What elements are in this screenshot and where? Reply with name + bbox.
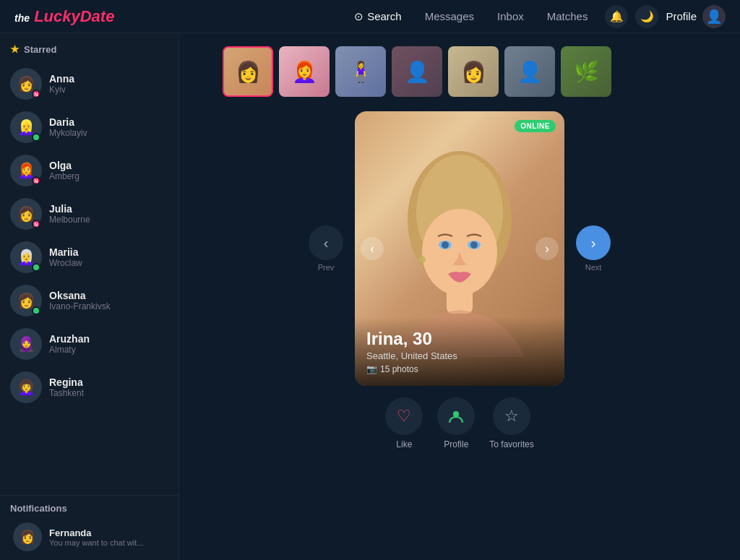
online-badge: ONLINE bbox=[515, 120, 556, 132]
like-label: Like bbox=[396, 439, 412, 449]
user-city-mariia: Wroclaw bbox=[49, 258, 168, 268]
camera-icon: 📷 bbox=[366, 364, 377, 374]
svg-point-5 bbox=[442, 241, 449, 249]
header: the LuckyDate ⊙ Search Messages Inbox Ma… bbox=[0, 0, 740, 33]
photo-thumbnail-strip: 👩 👩‍🦰 🧍‍♀️ 👤 👩 👤 🌿 bbox=[223, 46, 611, 97]
starred-user-julia[interactable]: 👩 N Julia Melbourne bbox=[4, 192, 174, 236]
main-layout: ★ Starred 👩 N Anna Kyiv 👱‍♀️ bbox=[0, 33, 740, 560]
sidebar: ★ Starred 👩 N Anna Kyiv 👱‍♀️ bbox=[0, 33, 179, 560]
nav-matches[interactable]: Matches bbox=[547, 10, 588, 22]
user-city-daria: Mykolayiv bbox=[49, 128, 168, 138]
next-button[interactable]: › bbox=[576, 225, 611, 260]
starred-user-anna[interactable]: 👩 N Anna Kyiv bbox=[4, 62, 174, 105]
notifications-button[interactable]: 🔔 bbox=[605, 5, 628, 28]
next-nav-group: › Next bbox=[576, 225, 611, 272]
starred-list: 👩 N Anna Kyiv 👱‍♀️ Daria Mykolayiv bbox=[0, 62, 178, 495]
avatar-wrap-regina: 👩‍🦱 bbox=[10, 371, 42, 403]
status-online-mariia bbox=[32, 263, 40, 272]
profile-nav[interactable]: Profile 👤 bbox=[666, 5, 726, 28]
nav-inbox[interactable]: Inbox bbox=[497, 10, 524, 22]
logo[interactable]: the LuckyDate bbox=[14, 7, 114, 26]
avatar-wrap-anna: 👩 N bbox=[10, 68, 42, 100]
main-content: 👩 👩‍🦰 🧍‍♀️ 👤 👩 👤 🌿 ‹ Prev bbox=[179, 33, 740, 560]
nav-search-label: Search bbox=[367, 10, 402, 22]
status-online-daria bbox=[32, 133, 40, 142]
user-name-julia: Julia bbox=[49, 203, 168, 215]
nav-search[interactable]: ⊙ Search bbox=[354, 10, 402, 23]
header-icons: 🔔 🌙 Profile 👤 bbox=[605, 5, 726, 28]
card-next-arrow[interactable]: › bbox=[535, 237, 559, 260]
status-new-julia: N bbox=[32, 220, 40, 228]
favorites-action[interactable]: ☆ To favorites bbox=[489, 397, 533, 449]
nav-matches-label: Matches bbox=[547, 10, 588, 22]
user-info-olga: Olga Amberg bbox=[49, 160, 168, 181]
user-city-olga: Amberg bbox=[49, 171, 168, 181]
card-info: Irina, 30 Seattle, United States 📷 15 ph… bbox=[355, 317, 564, 386]
avatar-regina: 👩‍🦱 bbox=[10, 371, 42, 403]
profile-action-label: Profile bbox=[444, 439, 468, 449]
thumbnail-1[interactable]: 👩 bbox=[223, 46, 273, 97]
user-name-oksana: Oksana bbox=[49, 290, 168, 301]
notif-info-fernanda: Fernanda You may want to chat wit... bbox=[49, 527, 143, 547]
like-action[interactable]: ♡ Like bbox=[385, 397, 423, 449]
notif-name-fernanda: Fernanda bbox=[49, 527, 143, 538]
thumbnail-5[interactable]: 👩 bbox=[448, 46, 499, 97]
action-bar: ♡ Like Profile ☆ To favorites bbox=[385, 397, 533, 449]
notif-avatar-fernanda: 👩 bbox=[13, 522, 42, 551]
profile-card[interactable]: ONLINE ‹ › Irina, 30 Seattle, United Sta… bbox=[355, 111, 564, 386]
notification-fernanda[interactable]: 👩 Fernanda You may want to chat wit... bbox=[10, 518, 168, 556]
notifications-section: Notifications 👩 Fernanda You may want to… bbox=[0, 495, 178, 560]
user-name-anna: Anna bbox=[49, 73, 168, 85]
prev-button[interactable]: ‹ bbox=[309, 225, 343, 260]
thumbnail-6[interactable]: 👤 bbox=[504, 46, 555, 97]
notif-text-fernanda: You may want to chat wit... bbox=[49, 538, 143, 547]
profile-card-area: ‹ Prev bbox=[309, 111, 611, 386]
user-name-daria: Daria bbox=[49, 116, 168, 128]
user-city-julia: Melbourne bbox=[49, 215, 168, 225]
nav-messages[interactable]: Messages bbox=[425, 10, 474, 22]
starred-user-aruzhan[interactable]: 🧕 Aruzhan Almaty bbox=[4, 322, 174, 366]
avatar-wrap-daria: 👱‍♀️ bbox=[10, 111, 42, 143]
thumbnail-7[interactable]: 🌿 bbox=[561, 46, 611, 97]
avatar-wrap-olga: 👩‍🦰 N bbox=[10, 155, 42, 186]
avatar-wrap-mariia: 👩‍🦳 bbox=[10, 241, 42, 273]
profile-icon bbox=[448, 408, 464, 424]
user-info-anna: Anna Kyiv bbox=[49, 73, 168, 95]
user-info-aruzhan: Aruzhan Almaty bbox=[49, 333, 168, 355]
user-city-aruzhan: Almaty bbox=[49, 345, 168, 355]
status-new-anna: N bbox=[32, 90, 40, 98]
user-city-oksana: Ivano-Frankivsk bbox=[49, 301, 168, 311]
user-info-daria: Daria Mykolayiv bbox=[49, 116, 168, 138]
prev-nav-group: ‹ Prev bbox=[309, 225, 343, 272]
favorites-label: To favorites bbox=[489, 439, 533, 449]
card-prev-arrow[interactable]: ‹ bbox=[361, 237, 384, 260]
user-info-oksana: Oksana Ivano-Frankivsk bbox=[49, 290, 168, 311]
profile-button[interactable] bbox=[437, 397, 475, 435]
starred-user-regina[interactable]: 👩‍🦱 Regina Tashkent bbox=[4, 366, 174, 409]
starred-user-olga[interactable]: 👩‍🦰 N Olga Amberg bbox=[4, 149, 174, 192]
starred-user-daria[interactable]: 👱‍♀️ Daria Mykolayiv bbox=[4, 105, 174, 149]
favorites-button[interactable]: ☆ bbox=[493, 397, 530, 435]
avatar-wrap-aruzhan: 🧕 bbox=[10, 328, 42, 360]
card-photos-count: 📷 15 photos bbox=[366, 364, 553, 374]
user-name-aruzhan: Aruzhan bbox=[49, 333, 168, 345]
thumbnail-4[interactable]: 👤 bbox=[392, 46, 442, 97]
nav-messages-label: Messages bbox=[425, 10, 474, 22]
thumbnail-3[interactable]: 🧍‍♀️ bbox=[335, 46, 386, 97]
starred-section-header: ★ Starred bbox=[0, 33, 178, 62]
logo-the: the bbox=[14, 12, 30, 24]
starred-user-oksana[interactable]: 👩 Oksana Ivano-Frankivsk bbox=[4, 279, 174, 322]
starred-user-mariia[interactable]: 👩‍🦳 Mariia Wroclaw bbox=[4, 236, 174, 279]
profile-action[interactable]: Profile bbox=[437, 397, 475, 449]
status-online-oksana bbox=[32, 306, 40, 315]
profile-nav-label: Profile bbox=[666, 10, 697, 22]
user-city-regina: Tashkent bbox=[49, 388, 168, 398]
thumbnail-2[interactable]: 👩‍🦰 bbox=[279, 46, 330, 97]
card-location: Seattle, United States bbox=[366, 350, 553, 361]
like-button[interactable]: ♡ bbox=[385, 397, 423, 435]
theme-toggle-button[interactable]: 🌙 bbox=[635, 5, 658, 28]
avatar-wrap-julia: 👩 N bbox=[10, 198, 42, 230]
status-new-olga: N bbox=[32, 176, 40, 185]
star-icon: ★ bbox=[10, 43, 20, 55]
prev-label: Prev bbox=[318, 263, 335, 272]
